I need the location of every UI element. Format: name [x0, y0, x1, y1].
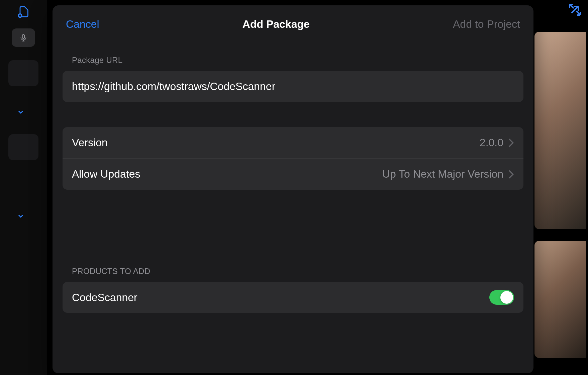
- sidebar: [0, 0, 47, 375]
- package-url-value: https://github.com/twostraws/CodeScanner: [72, 80, 275, 92]
- product-toggle[interactable]: [489, 290, 514, 305]
- allow-updates-value-container: Up To Next Major Version: [382, 168, 514, 180]
- video-thumbnail: [534, 32, 586, 229]
- chevron-right-icon: [508, 170, 514, 179]
- products-section-label: Products to Add: [72, 267, 523, 276]
- allow-updates-label: Allow Updates: [72, 168, 140, 180]
- cancel-button[interactable]: Cancel: [66, 18, 99, 30]
- sidebar-item[interactable]: [8, 134, 38, 160]
- allow-updates-value: Up To Next Major Version: [382, 168, 503, 180]
- svg-rect-1: [22, 34, 25, 38]
- package-url-field[interactable]: https://github.com/twostraws/CodeScanner: [63, 71, 523, 102]
- modal-title: Add Package: [242, 18, 310, 30]
- version-row[interactable]: Version 2.0.0: [63, 127, 523, 158]
- video-thumbnail: [534, 241, 586, 358]
- chevron-down-icon[interactable]: [17, 212, 25, 221]
- version-value-container: 2.0.0: [480, 136, 514, 149]
- modal-header: Cancel Add Package Add to Project: [53, 5, 533, 30]
- microphone-icon: [19, 33, 28, 42]
- settings-section: Version 2.0.0 Allow Updates Up To Next M…: [53, 127, 533, 190]
- fullscreen-icon[interactable]: [567, 2, 583, 19]
- allow-updates-row[interactable]: Allow Updates Up To Next Major Version: [63, 158, 523, 190]
- microphone-button[interactable]: [12, 28, 35, 47]
- chevron-down-icon[interactable]: [17, 108, 25, 117]
- version-value: 2.0.0: [480, 136, 503, 149]
- product-name: CodeScanner: [72, 291, 137, 304]
- product-row: CodeScanner: [63, 282, 523, 313]
- package-url-label: Package URL: [72, 56, 523, 65]
- background-thumbnails: [534, 32, 588, 366]
- chevron-right-icon: [508, 138, 514, 148]
- version-label: Version: [72, 136, 108, 149]
- sidebar-item[interactable]: [8, 60, 38, 86]
- package-url-section: Package URL https://github.com/twostraws…: [53, 56, 533, 102]
- add-package-modal: Cancel Add Package Add to Project Packag…: [53, 5, 533, 373]
- file-add-icon: [17, 5, 30, 18]
- add-to-project-button[interactable]: Add to Project: [453, 18, 520, 30]
- new-file-button[interactable]: [13, 3, 33, 20]
- products-section: Products to Add CodeScanner: [53, 267, 533, 313]
- toggle-knob: [500, 291, 513, 304]
- settings-group: Version 2.0.0 Allow Updates Up To Next M…: [63, 127, 523, 190]
